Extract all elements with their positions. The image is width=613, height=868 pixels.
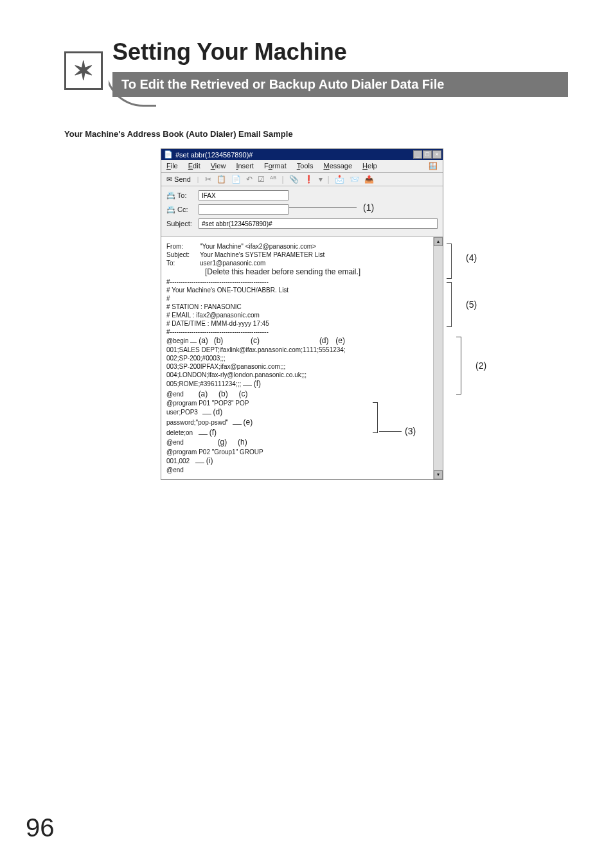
menu-help[interactable]: Help <box>362 162 377 170</box>
end-tag-1: @end <box>166 391 184 398</box>
email-line: # EMAIL : ifax2@panasonic.com <box>166 311 428 319</box>
asterisk-icon: ✶ <box>73 58 94 84</box>
program-group: @program P02 "Group1" GROUP <box>166 448 428 456</box>
end2-g: (g) <box>218 438 227 447</box>
data-row-5: 005;ROME;#396111234;;; <box>166 380 241 387</box>
scrollbar[interactable]: ▴ ▾ <box>433 237 443 479</box>
end1-c: (c) <box>239 389 248 398</box>
header-c: (c) <box>251 336 260 345</box>
callout-3: (3) <box>405 426 416 436</box>
menu-insert[interactable]: Insert <box>236 162 254 170</box>
group-members: 001,002 <box>166 457 190 465</box>
separator-2: #---------------------------------------… <box>166 328 428 336</box>
menu-format[interactable]: Format <box>264 162 287 170</box>
row5-f: (f) <box>254 379 261 388</box>
undo-icon[interactable]: ↶ <box>246 175 253 184</box>
group-i: (i) <box>206 456 213 465</box>
bracket-3 <box>373 402 378 433</box>
callout-1: (1) <box>363 202 374 213</box>
data-row-4: 004;LONDON;ifax-rly@london.panasonic.co.… <box>166 371 428 379</box>
menu-edit[interactable]: Edit <box>188 162 200 170</box>
menu-view[interactable]: View <box>211 162 226 170</box>
body-subject-label: Subject: <box>166 251 196 259</box>
subject-input[interactable] <box>199 218 438 229</box>
leader-3 <box>379 431 402 432</box>
leader-1 <box>289 208 357 208</box>
spell-icon[interactable]: ᴬᴮ <box>270 175 276 184</box>
header-fields: 📇 To: 📇 Cc: Subject: <box>161 186 443 236</box>
window-title: #set abbr(1234567890)# <box>175 151 253 159</box>
data-row-2: 002;SP-200;#0003;;; <box>166 354 428 362</box>
delete-line: delete;on <box>166 429 193 436</box>
header-curve-mask <box>105 42 109 108</box>
bracket-5 <box>447 282 452 327</box>
email-window: 📄 #set abbr(1234567890)# _ □ × File Edit… <box>161 148 443 480</box>
body-subject-value: Your Machine's SYSTEM PARAMETER List <box>200 251 324 259</box>
begin-tag: @begin <box>166 337 189 344</box>
minimize-button[interactable]: _ <box>413 150 422 159</box>
page-subtitle: To Edit the Retrieved or Backup Auto Dia… <box>112 72 568 97</box>
logo-box: ✶ <box>64 51 103 90</box>
sign-icon[interactable]: 📩 <box>335 175 344 184</box>
end2-h: (h) <box>238 438 247 447</box>
encrypt-icon[interactable]: 📨 <box>350 175 359 184</box>
section-heading: Your Machine's Address Book (Auto Dialer… <box>64 129 568 139</box>
document-icon: 📄 <box>164 150 173 159</box>
page-number: 96 <box>26 813 55 842</box>
list-title: # Your Machine's ONE-TOUCH/ABBR. List <box>166 286 428 294</box>
datetime-line: # DATE/TIME : MMM-dd-yyyy 17:45 <box>166 319 428 328</box>
menu-file[interactable]: File <box>166 162 178 170</box>
end-tag-3: @end <box>166 466 428 474</box>
delete-f: (f) <box>209 428 217 437</box>
close-button[interactable]: × <box>432 150 441 159</box>
subject-label: Subject: <box>166 220 199 227</box>
copy-icon[interactable]: 📋 <box>217 175 226 184</box>
separator-1: #---------------------------------------… <box>166 278 428 286</box>
station-line: # STATION : PANASONIC <box>166 303 428 311</box>
body-to-value: user1@panasonic.com <box>200 259 265 267</box>
menu-tools[interactable]: Tools <box>297 162 314 170</box>
user-d: (d) <box>213 407 222 416</box>
header-curve <box>105 48 156 107</box>
toolbar: ✉ Send | ✂ 📋 📄 ↶ ☑ ᴬᴮ | 📎 ❗ ▾ | 📩 📨 📤 <box>161 172 443 186</box>
scroll-down-button[interactable]: ▾ <box>434 470 443 479</box>
header-a: (a) <box>199 336 208 345</box>
cc-input[interactable] <box>199 204 289 215</box>
attach-icon[interactable]: 📎 <box>289 175 299 184</box>
program-pop: @program P01 "POP3" POP <box>166 399 428 407</box>
scroll-up-button[interactable]: ▴ <box>434 237 443 246</box>
send-button[interactable]: ✉ Send <box>166 175 191 184</box>
end1-b: (b) <box>218 389 228 398</box>
window-titlebar: 📄 #set abbr(1234567890)# _ □ × <box>161 149 443 160</box>
maximize-button[interactable]: □ <box>423 150 432 159</box>
delete-header-note: [Delete this header before sending the e… <box>166 267 428 278</box>
end1-a: (a) <box>199 389 208 398</box>
bracket-2 <box>456 337 461 394</box>
app-logo-icon: 🪟 <box>429 162 438 170</box>
data-row-3: 003;SP-200IPFAX;ifax@panasonic.com;;; <box>166 362 428 371</box>
body-from-label: From: <box>166 242 196 251</box>
callout-2: (2) <box>475 360 486 371</box>
to-input[interactable] <box>199 190 289 200</box>
menubar: File Edit View Insert Format Tools Messa… <box>161 160 443 172</box>
body-to-label: To: <box>166 259 196 267</box>
password-e: (e) <box>244 418 253 427</box>
callout-4: (4) <box>466 252 477 263</box>
header-b: (b) <box>214 336 224 345</box>
menu-message[interactable]: Message <box>323 162 352 170</box>
password-line: password;"pop-pswd" <box>166 419 228 426</box>
hash-line: # <box>166 294 428 303</box>
user-line: user;POP3 <box>166 409 198 416</box>
header-e: (e) <box>335 336 345 345</box>
priority-icon[interactable]: ❗ <box>304 175 314 184</box>
cc-label: 📇 Cc: <box>166 206 199 214</box>
email-body[interactable]: From: "Your Machine" <ifax2@panasonic.co… <box>161 236 443 479</box>
cut-icon[interactable]: ✂ <box>205 175 211 184</box>
paste-icon[interactable]: 📄 <box>231 175 241 184</box>
callout-5: (5) <box>466 299 477 310</box>
data-row-1: 001;SALES DEPT;ifaxlink@ifax.panasonic.c… <box>166 346 428 354</box>
offline-icon[interactable]: 📤 <box>364 175 374 184</box>
body-from-value: "Your Machine" <ifax2@panasonic.com> <box>200 242 316 251</box>
check-icon[interactable]: ☑ <box>258 175 265 184</box>
dropdown-icon[interactable]: ▾ <box>319 175 323 184</box>
